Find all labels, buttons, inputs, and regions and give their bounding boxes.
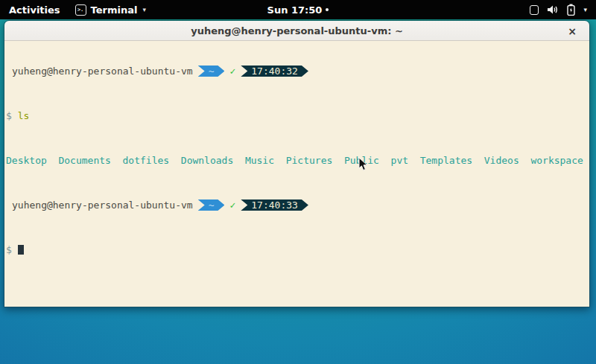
prompt-path-segment: ~ xyxy=(198,199,225,211)
command-line-active[interactable]: $ xyxy=(6,244,588,255)
status-check-icon: ✓ xyxy=(229,66,235,77)
prompt-path-segment: ~ xyxy=(198,66,225,77)
window-titlebar[interactable]: yuheng@henry-personal-ubuntu-vm: ~ × xyxy=(4,21,589,41)
app-menu-button[interactable]: >. Terminal ▾ xyxy=(69,0,152,19)
app-menu-label: Terminal xyxy=(91,4,138,16)
terminal-content[interactable]: yuheng@henry-personal-ubuntu-vm ~ ✓ 17:4… xyxy=(4,41,589,307)
terminal-cursor xyxy=(18,245,24,255)
prompt-line: yuheng@henry-personal-ubuntu-vm ~ ✓ 17:4… xyxy=(6,199,588,211)
close-button[interactable]: × xyxy=(564,21,580,41)
clock-label: Sun 17:50 xyxy=(267,4,323,16)
activities-button[interactable]: Activities xyxy=(0,0,69,19)
chevron-down-icon: ▾ xyxy=(583,6,587,13)
desktop-background: Activities >. Terminal ▾ Sun 17:50 xyxy=(0,0,596,364)
command-text: ls xyxy=(18,110,30,121)
command-line: $ ls xyxy=(6,110,588,121)
chevron-down-icon: ▾ xyxy=(142,6,146,13)
mouse-cursor xyxy=(358,157,368,171)
system-status-area[interactable]: ▾ xyxy=(521,0,596,19)
prompt-user: yuheng@henry-personal-ubuntu-vm xyxy=(12,66,193,77)
prompt-time-segment: 17:40:33 xyxy=(241,199,308,211)
battery-charging-icon xyxy=(567,4,575,16)
volume-icon xyxy=(547,4,559,15)
notification-dot-icon xyxy=(326,8,329,11)
prompt-char: $ xyxy=(6,110,18,121)
prompt-char: $ xyxy=(6,244,18,255)
terminal-icon: >. xyxy=(75,4,86,16)
prompt-time-segment: 17:40:32 xyxy=(241,66,308,77)
top-bar: Activities >. Terminal ▾ Sun 17:50 xyxy=(0,0,596,19)
display-icon xyxy=(530,5,539,15)
terminal-window: yuheng@henry-personal-ubuntu-vm: ~ × yuh… xyxy=(4,20,590,307)
prompt-line: yuheng@henry-personal-ubuntu-vm ~ ✓ 17:4… xyxy=(6,66,588,77)
ls-output: Desktop Documents dotfiles Downloads Mus… xyxy=(6,155,588,166)
status-check-icon: ✓ xyxy=(229,199,235,211)
window-title: yuheng@henry-personal-ubuntu-vm: ~ xyxy=(4,25,589,36)
prompt-user: yuheng@henry-personal-ubuntu-vm xyxy=(12,199,193,211)
